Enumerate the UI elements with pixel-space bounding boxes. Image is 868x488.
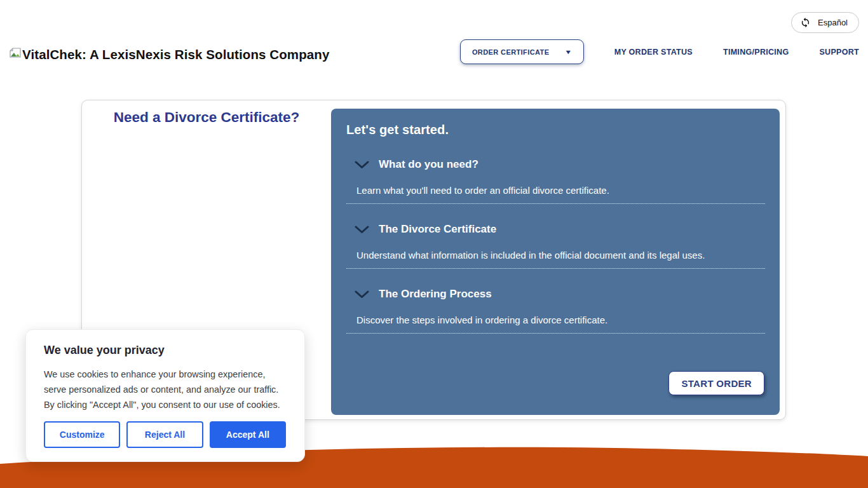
accordion-section-what-you-need: What do you need? Learn what you'll need… bbox=[346, 158, 765, 204]
nav-my-order-status[interactable]: MY ORDER STATUS bbox=[614, 48, 693, 57]
customize-button[interactable]: Customize bbox=[44, 421, 120, 448]
accordion-toggle[interactable]: What do you need? bbox=[355, 158, 765, 171]
cookie-consent-dialog: We value your privacy We use cookies to … bbox=[25, 329, 305, 462]
order-certificate-label: ORDER CERTIFICATE bbox=[472, 48, 549, 56]
section-title: What do you need? bbox=[379, 158, 478, 171]
accordion-section-divorce-certificate: The Divorce Certificate Understand what … bbox=[346, 223, 765, 269]
reject-all-button[interactable]: Reject All bbox=[126, 421, 203, 448]
language-label: Español bbox=[818, 18, 848, 27]
accordion-toggle[interactable]: The Divorce Certificate bbox=[355, 223, 765, 236]
language-button[interactable]: Español bbox=[791, 12, 859, 33]
cookie-button-row: Customize Reject All Accept All bbox=[44, 421, 286, 448]
dotted-divider bbox=[346, 333, 765, 334]
accordion-section-ordering-process: The Ordering Process Discover the steps … bbox=[346, 288, 765, 334]
chevron-down-icon: ▼ bbox=[565, 49, 573, 55]
chevron-down-icon bbox=[355, 226, 369, 234]
section-description: Discover the steps involved in ordering … bbox=[356, 315, 765, 325]
panel-title: Let's get started. bbox=[346, 123, 765, 137]
section-description: Learn what you'll need to order an offic… bbox=[356, 185, 765, 196]
cookie-message: We use cookies to enhance your browsing … bbox=[44, 367, 287, 412]
cookie-title: We value your privacy bbox=[44, 344, 287, 357]
get-started-panel: Let's get started. What do you need? Lea… bbox=[331, 109, 780, 415]
refresh-language-icon bbox=[800, 17, 811, 28]
nav-support[interactable]: SUPPORT bbox=[819, 48, 859, 57]
dotted-divider bbox=[346, 203, 765, 204]
chevron-down-icon bbox=[355, 290, 369, 299]
dotted-divider bbox=[346, 268, 765, 269]
accept-all-button[interactable]: Accept All bbox=[210, 421, 286, 448]
section-title: The Ordering Process bbox=[379, 288, 492, 301]
page-title: Need a Divorce Certificate? bbox=[82, 109, 331, 126]
logo-alt-text: VitalChek: A LexisNexis Risk Solutions C… bbox=[22, 47, 329, 62]
section-title: The Divorce Certificate bbox=[379, 223, 496, 236]
nav-timing-pricing[interactable]: TIMING/PRICING bbox=[723, 48, 789, 57]
broken-image-icon bbox=[9, 47, 22, 58]
order-certificate-dropdown[interactable]: ORDER CERTIFICATE ▼ bbox=[460, 39, 584, 64]
start-order-button[interactable]: START ORDER bbox=[668, 371, 764, 395]
main-nav: ORDER CERTIFICATE ▼ MY ORDER STATUS TIMI… bbox=[460, 39, 859, 64]
site-logo[interactable]: VitalChek: A LexisNexis Risk Solutions C… bbox=[9, 47, 329, 62]
accordion-toggle[interactable]: The Ordering Process bbox=[355, 288, 765, 301]
section-description: Understand what information is included … bbox=[356, 250, 765, 261]
chevron-down-icon bbox=[355, 161, 369, 169]
